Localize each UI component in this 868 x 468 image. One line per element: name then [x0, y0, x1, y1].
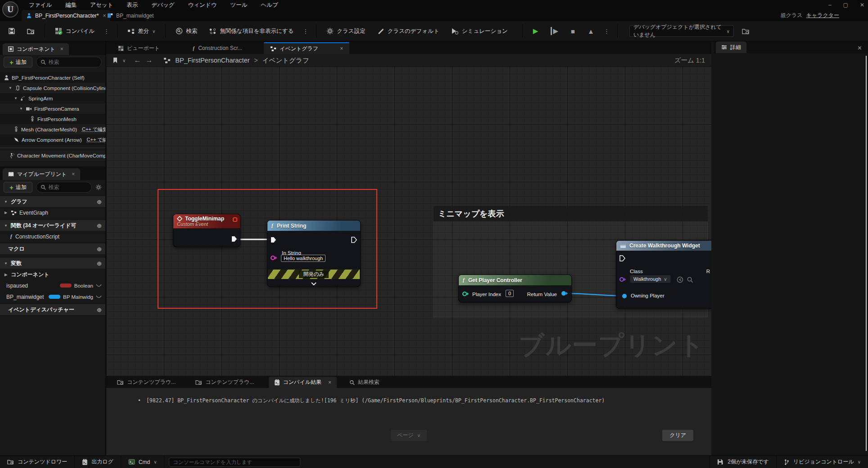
node-print-string[interactable]: ƒ Print String In String Hello walkthrou… [267, 220, 361, 287]
maximize-button[interactable]: ▢ [843, 2, 848, 8]
panel-close-icon[interactable]: × [60, 46, 63, 52]
node-create-walkthrough-widget[interactable]: Create Walkthrough Widget Class R Walkth… [616, 240, 711, 309]
return-value-pin[interactable] [561, 291, 569, 296]
output-log-button[interactable]: 出力ログ [75, 456, 121, 468]
tree-row-character-movement[interactable]: Character Movement (CharMoveComp) [0, 150, 105, 161]
minimize-button[interactable]: – [828, 2, 832, 8]
exec-out-pin[interactable] [351, 237, 357, 243]
add-variable-icon[interactable]: ⊕ [97, 260, 102, 267]
panel-close-icon[interactable]: × [858, 44, 862, 52]
add-myblueprint-button[interactable]: + 追加 [4, 182, 32, 193]
expander-icon[interactable]: ▼ [14, 96, 18, 100]
variable-bp-mainwidget[interactable]: BP_mainwidget BP Mainwidg [0, 292, 105, 302]
cmd-dropdown[interactable]: Cmd ∨ [121, 456, 165, 468]
compile-button[interactable]: コンパイル [51, 25, 98, 38]
frame-skip-button[interactable]: ▶ [547, 25, 562, 37]
tree-row-springarm[interactable]: ▼ SpringArm [0, 93, 105, 104]
tab-details[interactable]: 詳細 [716, 41, 746, 53]
forward-arrow-icon[interactable]: → [145, 56, 153, 64]
tab-my-blueprint[interactable]: マイブループリント × [3, 168, 80, 180]
tree-row-self[interactable]: BP_FirstPersonCharacter (Self) [0, 72, 105, 83]
tab-close-icon[interactable]: × [340, 45, 343, 52]
exec-in-pin[interactable] [271, 237, 276, 243]
section-macros[interactable]: マクロ ⊕ [0, 243, 105, 254]
breadcrumb-current[interactable]: イベントグラフ [262, 56, 309, 65]
bookmark-icon[interactable] [113, 57, 118, 63]
section-event-dispatchers[interactable]: イベントディスパッチャー ⊕ [0, 304, 105, 315]
in-string-pin[interactable] [270, 255, 278, 261]
breadcrumb-root[interactable]: BP_FirstPersonCharacter [175, 57, 249, 64]
tab-compile-results[interactable]: コンパイル結果 × [269, 377, 337, 388]
menu-debug[interactable]: デバッグ [151, 1, 174, 9]
player-index-input[interactable]: 0 [506, 290, 514, 297]
add-graph-icon[interactable]: ⊕ [97, 198, 102, 205]
exec-in-pin[interactable] [619, 255, 625, 261]
eye-closed-icon[interactable] [96, 284, 102, 288]
add-macro-icon[interactable]: ⊕ [97, 246, 102, 252]
unreal-logo-icon[interactable]: U [2, 1, 18, 18]
use-selected-icon[interactable] [677, 276, 683, 283]
owning-player-pin[interactable] [622, 293, 627, 299]
add-function-icon[interactable]: ⊕ [97, 222, 102, 229]
expander-icon[interactable]: ▼ [19, 107, 23, 111]
components-search-input[interactable] [49, 59, 97, 65]
expander-icon[interactable]: ▼ [8, 86, 13, 90]
clear-button[interactable]: クリア [662, 430, 693, 441]
play-button[interactable]: ▶ [529, 25, 542, 37]
add-component-button[interactable]: + 追加 [4, 57, 32, 68]
edit-cpp-link[interactable]: C++ で編集 [82, 126, 105, 133]
tab-bp-firstpersoncharacter[interactable]: BP_FirstPersonCharacter* × [22, 10, 110, 21]
tree-row-mesh[interactable]: Mesh (CharacterMesh0) C++ で編集 [0, 124, 105, 135]
expander-icon[interactable]: ▶ [4, 273, 8, 277]
expander-icon[interactable]: ▼ [4, 261, 8, 266]
eject-button[interactable]: ▲ [583, 26, 598, 37]
components-search[interactable] [36, 57, 102, 68]
myblueprint-search-input[interactable] [49, 184, 87, 190]
group-components[interactable]: ▶ コンポーネント [0, 270, 105, 280]
save-button[interactable] [5, 25, 19, 37]
back-arrow-icon[interactable]: ← [134, 56, 141, 64]
add-dispatcher-icon[interactable]: ⊕ [97, 306, 102, 313]
expander-icon[interactable]: ▼ [4, 224, 8, 228]
page-dropdown[interactable]: ページ ∨ [391, 430, 427, 441]
unsaved-assets-button[interactable]: * 2個が未保存です [710, 456, 776, 468]
compile-options-icon[interactable]: ⋮ [103, 28, 111, 35]
item-eventgraph[interactable]: ▶ EventGraph [0, 207, 105, 218]
chevron-down-icon[interactable]: ∨ [122, 58, 126, 63]
section-functions[interactable]: ▼ 関数 (34 オーバーライド可 ⊕ [0, 220, 105, 231]
panel-close-icon[interactable]: × [72, 171, 75, 177]
eye-closed-icon[interactable] [96, 295, 102, 299]
menu-window[interactable]: ウィンドウ [188, 1, 217, 9]
class-dropdown[interactable]: Walkthrough ∨ [630, 275, 671, 283]
class-settings-button[interactable]: クラス設定 [323, 25, 369, 38]
in-string-input[interactable]: Hello walkthrough [281, 255, 326, 262]
expander-icon[interactable]: ▼ [4, 200, 8, 204]
menu-asset[interactable]: アセット [90, 1, 113, 9]
tree-row-arrow[interactable]: Arrow Component (Arrow) C++ で編集 [0, 135, 105, 145]
menu-help[interactable]: ヘルプ [261, 1, 278, 9]
tree-row-firstpersoncamera[interactable]: ▼ FirstPersonCamera [0, 104, 105, 114]
filter-gear-icon[interactable] [95, 184, 102, 190]
console-command-input[interactable] [173, 459, 296, 465]
item-constructionscript[interactable]: ƒ ConstructionScript [0, 231, 105, 242]
tree-row-capsule[interactable]: ▼ Capsule Component (CollisionCylinder) [0, 83, 105, 93]
hide-unrelated-button[interactable]: 無関係な項目を非表示にする [205, 25, 297, 38]
play-options-icon[interactable]: ⋮ [603, 28, 611, 35]
edit-cpp-link[interactable]: C++ で編集 [87, 136, 105, 143]
stop-button[interactable]: ■ [567, 26, 579, 37]
browse-asset-button[interactable] [23, 25, 38, 37]
section-variables[interactable]: ▼ 変数 ⊕ [0, 258, 105, 269]
class-pin[interactable] [619, 277, 627, 282]
console-command-box[interactable] [169, 458, 300, 467]
menu-edit[interactable]: 編集 [65, 1, 77, 9]
myblueprint-search[interactable] [36, 182, 92, 193]
node-expand-chevron-icon[interactable] [311, 282, 316, 286]
tab-construction-script[interactable]: ƒ Construction Scr... [186, 42, 249, 54]
tab-viewport[interactable]: ビューポート [112, 42, 166, 54]
browse-icon[interactable] [687, 276, 693, 283]
variable-ispaused[interactable]: ispaused Boolean [0, 280, 105, 291]
tab-close-icon[interactable]: × [328, 379, 331, 386]
node-toggleminimap[interactable]: ToggleMinimap Custom Event [173, 214, 240, 247]
section-graphs[interactable]: ▼ グラフ ⊕ [0, 196, 105, 207]
menu-view[interactable]: 表示 [127, 1, 138, 9]
